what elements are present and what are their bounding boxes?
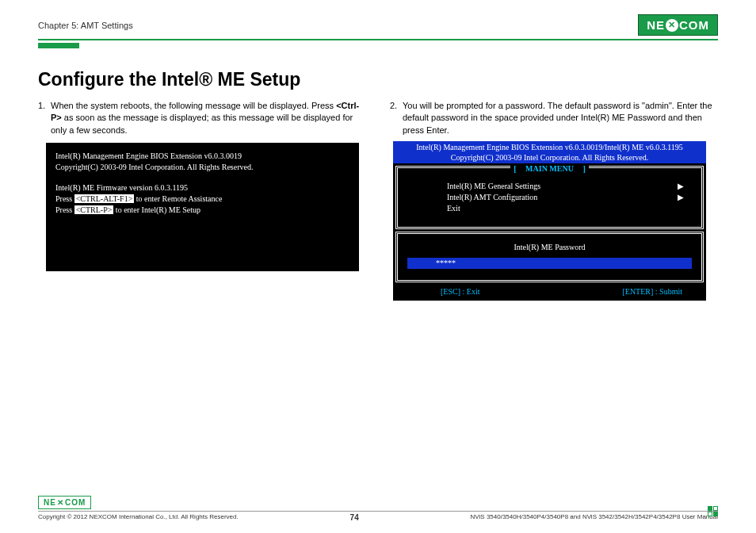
- menu-item-amt-config[interactable]: Intel(R) AMT Configuration ▶: [447, 192, 690, 203]
- bios-line: Press <CTRL-ALT-F1> to enter Remote Assi…: [55, 194, 349, 205]
- password-panel: Intel(R) ME Password *****: [395, 232, 704, 282]
- left-column: 1. When the system reboots, the followin…: [38, 100, 366, 301]
- step-text: You will be prompted for a password. The…: [403, 100, 718, 136]
- step-text: When the system reboots, the following m…: [51, 100, 366, 136]
- me-setup-screen: Intel(R) Management Engine BIOS Extensio…: [393, 141, 706, 301]
- step-number: 2.: [390, 100, 403, 136]
- step-number: 1.: [38, 100, 51, 136]
- bios-line: Intel(R) ME Firmware version 6.0.3.1195: [55, 182, 349, 194]
- step-2: 2. You will be prompted for a password. …: [390, 100, 718, 136]
- main-menu-panel: [ MAIN MENU ] Intel(R) ME General Settin…: [395, 166, 704, 229]
- menu-item-exit[interactable]: Exit: [447, 203, 690, 214]
- footer-text-row: Copyright © 2012 NEXCOM International Co…: [38, 513, 718, 522]
- menu-item-general-settings[interactable]: Intel(R) ME General Settings ▶: [447, 181, 690, 192]
- footer-logo: NE✕COM: [38, 496, 91, 509]
- enter-hint: [ENTER] : Submit: [622, 286, 682, 297]
- bios-line: Press <CTRL-P> to enter Intel(R) ME Setu…: [55, 205, 349, 216]
- bios-line: Intel(R) Management Engine BIOS Extensio…: [55, 151, 349, 162]
- footer-rule: [38, 511, 718, 512]
- menu-footer: [ESC] : Exit [ENTER] : Submit: [393, 285, 706, 301]
- page-number: 74: [350, 513, 359, 522]
- page-footer: NE✕COM Copyright © 2012 NEXCOM Internati…: [38, 494, 718, 522]
- header-accent-bar: [38, 43, 79, 48]
- menu-title: [ MAIN MENU ]: [399, 163, 700, 174]
- menu-items: Intel(R) ME General Settings ▶ Intel(R) …: [399, 174, 700, 225]
- nexcom-logo: NE✕COM: [638, 14, 718, 36]
- password-label: Intel(R) ME Password: [407, 242, 692, 253]
- chapter-title: Chapter 5: AMT Settings: [38, 21, 133, 30]
- footer-decoration-icon: [708, 506, 718, 516]
- bios-line: Copyright(C) 2003-09 Intel Corporation. …: [55, 162, 349, 173]
- bios-message-screen: Intel(R) Management Engine BIOS Extensio…: [46, 143, 359, 271]
- chevron-right-icon: ▶: [678, 192, 684, 203]
- page-header: Chapter 5: AMT Settings NE✕COM: [38, 14, 718, 36]
- password-input[interactable]: *****: [407, 258, 692, 269]
- right-column: 2. You will be prompted for a password. …: [390, 100, 718, 301]
- step-1: 1. When the system reboots, the followin…: [38, 100, 366, 136]
- page-title: Configure the Intel® ME Setup: [38, 69, 718, 90]
- header-rule: [38, 39, 718, 40]
- manual-name: NViS 3540/3540H/3540P4/3540P8 and NViS 3…: [471, 513, 718, 522]
- logo-x-icon: ✕: [666, 19, 678, 32]
- esc-hint: [ESC] : Exit: [441, 286, 479, 297]
- copyright: Copyright © 2012 NEXCOM International Co…: [38, 513, 239, 522]
- content-columns: 1. When the system reboots, the followin…: [38, 100, 718, 301]
- menu-header: Intel(R) Management Engine BIOS Extensio…: [393, 141, 706, 163]
- chevron-right-icon: ▶: [678, 181, 684, 192]
